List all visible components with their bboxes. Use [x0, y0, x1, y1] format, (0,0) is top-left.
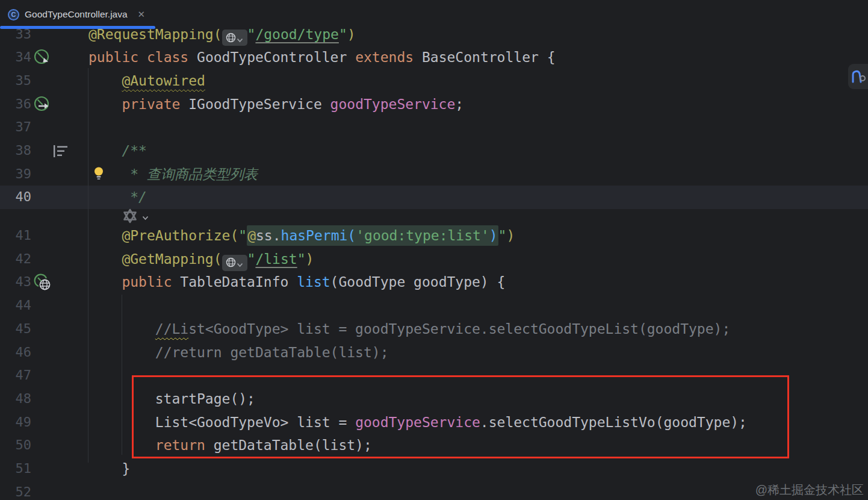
code-token: [138, 49, 147, 65]
code-line-39: 39 * 查询商品类型列表: [0, 163, 868, 186]
code-text[interactable]: //return getDataTable(list);: [88, 341, 389, 364]
code-token: [180, 96, 188, 112]
code-token: [88, 251, 122, 267]
injected-language-fragment: @ss.hasPermi('good:type:list'): [247, 225, 498, 246]
code-line-52: 52: [0, 481, 868, 500]
code-line-40: 40 */: [0, 186, 868, 209]
code-text[interactable]: //List<GoodType> list = goodTypeService.…: [88, 317, 730, 341]
line-number[interactable]: 44: [0, 294, 31, 317]
code-token: @: [247, 228, 256, 243]
code-token: return: [155, 437, 205, 453]
code-text[interactable]: @GetMapping("/list"): [88, 248, 314, 271]
code-token: GoodType: [338, 274, 405, 290]
code-text[interactable]: startPage();: [88, 387, 255, 411]
code-token: @GetMapping(: [122, 251, 222, 267]
code-text[interactable]: public class GoodTypeController extends …: [88, 46, 556, 69]
spring-bean-icon[interactable]: [34, 49, 52, 68]
line-number[interactable]: 48: [0, 387, 31, 411]
code-line-44: 44: [0, 294, 868, 317]
close-icon[interactable]: ✕: [138, 9, 146, 20]
code-text[interactable]: private IGoodTypeService goodTypeService…: [88, 93, 463, 116]
code-token: [88, 321, 155, 337]
doc-list-icon[interactable]: [53, 145, 70, 160]
code-token: [88, 345, 155, 360]
code-token: {: [539, 49, 556, 65]
line-number[interactable]: 42: [0, 248, 31, 271]
code-token: @PreAuthorize(: [122, 228, 238, 243]
code-token: [88, 96, 122, 112]
line-number[interactable]: 51: [0, 457, 31, 481]
editor-code-area[interactable]: 33@RequestMapping("/good/type")34public …: [0, 23, 868, 500]
line-number[interactable]: 50: [0, 434, 31, 457]
code-token: private: [122, 96, 180, 112]
line-number[interactable]: 34: [0, 46, 31, 69]
spring-autowired-icon[interactable]: [34, 96, 52, 115]
active-tab-indicator: [0, 26, 155, 29]
line-number[interactable]: 35: [0, 69, 31, 93]
code-token: [322, 96, 330, 112]
code-token: [88, 143, 122, 158]
code-token: [414, 49, 422, 65]
line-number[interactable]: 40: [0, 186, 31, 209]
tab-title: GoodTypeController.java: [25, 9, 128, 20]
code-token: ": [247, 251, 256, 267]
code-token: List<GoodTypeVo> list =: [155, 414, 355, 430]
request-mapping-pill[interactable]: [222, 255, 247, 271]
chevron-down-icon: [142, 211, 149, 223]
code-token: class: [147, 49, 188, 65]
code-text[interactable]: * 查询商品类型列表: [88, 163, 258, 186]
line-number[interactable]: 36: [0, 93, 31, 116]
code-line-35: 35 @Autowired: [0, 69, 868, 93]
code-line-50: 50 return getDataTable(list);: [0, 434, 868, 457]
request-mapping-pill[interactable]: [222, 30, 247, 46]
code-line-38: 38 /**: [0, 139, 868, 163]
code-token: list: [297, 274, 330, 290]
code-token: IGoodTypeService: [188, 96, 322, 112]
code-token: [88, 437, 155, 453]
code-text[interactable]: */: [88, 186, 147, 209]
code-token: */: [130, 189, 147, 205]
code-line-48: 48 startPage();: [0, 387, 868, 411]
code-token: ;: [455, 96, 463, 112]
floating-widget[interactable]: [848, 64, 868, 89]
code-token: /**: [122, 143, 147, 158]
code-token: 'good:type:list': [356, 228, 489, 243]
code-token: ): [306, 251, 314, 267]
code-token: (: [330, 274, 339, 290]
code-text[interactable]: }: [88, 457, 130, 481]
code-token: ): [489, 228, 498, 243]
code-text[interactable]: @Autowired: [88, 69, 205, 93]
code-token: BaseController: [422, 49, 539, 65]
line-number[interactable]: 49: [0, 411, 31, 434]
code-text[interactable]: /**: [88, 139, 147, 163]
code-text[interactable]: return getDataTable(list);: [88, 434, 372, 457]
code-token: goodType) {: [405, 274, 505, 290]
code-line-41: 41 @PreAuthorize("@ss.hasPermi('good:typ…: [0, 224, 868, 248]
code-text[interactable]: @PreAuthorize("@ss.hasPermi('good:type:l…: [88, 224, 515, 248]
code-text[interactable]: public TableDataInfo list(GoodType goodT…: [88, 270, 505, 294]
code-line-34: 34public class GoodTypeController extend…: [0, 46, 868, 69]
line-number[interactable]: 46: [0, 341, 31, 364]
line-number[interactable]: 43: [0, 270, 31, 294]
code-line-46: 46 //return getDataTable(list);: [0, 341, 868, 364]
code-line-45: 45 //List<GoodType> list = goodTypeServi…: [0, 317, 868, 341]
code-text[interactable]: List<GoodTypeVo> list = goodTypeService.…: [88, 411, 747, 434]
line-number[interactable]: 38: [0, 139, 31, 163]
line-number[interactable]: 37: [0, 116, 31, 139]
line-number[interactable]: 45: [0, 317, 31, 341]
line-number[interactable]: 41: [0, 224, 31, 248]
code-token: ": [297, 251, 306, 267]
tab-goodtypecontroller[interactable]: C GoodTypeController.java ✕: [0, 0, 155, 29]
code-token: (: [347, 228, 356, 243]
spring-request-mapping-icon[interactable]: [34, 273, 52, 294]
line-number[interactable]: 52: [0, 481, 31, 500]
code-token: public: [122, 274, 172, 290]
code-token: GoodTypeController: [197, 49, 347, 65]
code-token: /list: [255, 251, 297, 267]
code-line-42: 42 @GetMapping("/list"): [0, 248, 868, 271]
code-line-36: 36 private IGoodTypeService goodTypeServ…: [0, 93, 868, 116]
code-token: goodTypeService: [330, 96, 456, 112]
line-number[interactable]: 47: [0, 364, 31, 387]
line-number[interactable]: 39: [0, 163, 31, 186]
code-token: public: [88, 49, 138, 65]
